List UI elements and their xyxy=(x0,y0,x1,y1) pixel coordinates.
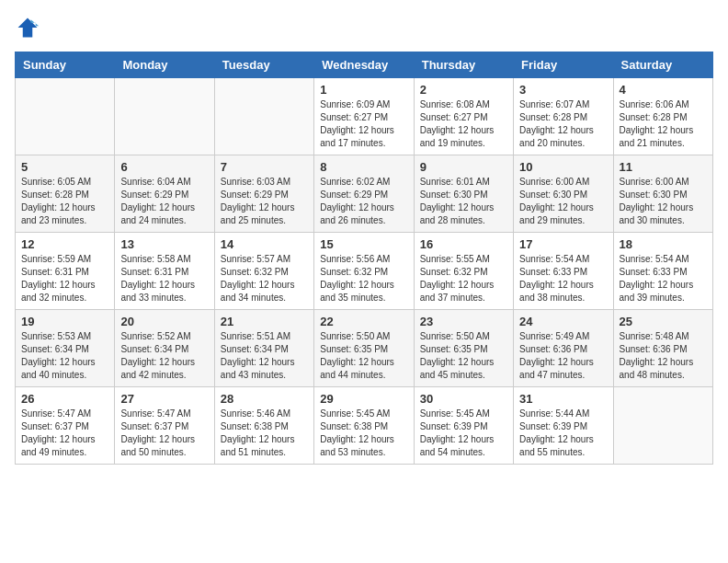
calendar-cell: 7Sunrise: 6:03 AM Sunset: 6:29 PM Daylig… xyxy=(214,155,313,233)
calendar-cell: 26Sunrise: 5:47 AM Sunset: 6:37 PM Dayli… xyxy=(16,387,115,465)
day-info: Sunrise: 5:48 AM Sunset: 6:36 PM Dayligh… xyxy=(620,330,707,382)
calendar-cell: 8Sunrise: 6:02 AM Sunset: 6:29 PM Daylig… xyxy=(314,155,414,233)
calendar-week-row: 26Sunrise: 5:47 AM Sunset: 6:37 PM Dayli… xyxy=(16,387,713,465)
day-number: 19 xyxy=(21,315,108,328)
calendar-cell: 13Sunrise: 5:58 AM Sunset: 6:31 PM Dayli… xyxy=(115,233,214,310)
day-info: Sunrise: 5:58 AM Sunset: 6:31 PM Dayligh… xyxy=(120,253,208,304)
day-number: 22 xyxy=(320,315,407,328)
day-number: 15 xyxy=(320,237,407,251)
day-number: 4 xyxy=(620,83,707,97)
day-number: 14 xyxy=(221,237,308,251)
weekday-header: Saturday xyxy=(613,52,712,78)
day-number: 7 xyxy=(221,160,308,174)
day-info: Sunrise: 6:05 AM Sunset: 6:28 PM Dayligh… xyxy=(21,176,108,227)
calendar-cell: 24Sunrise: 5:49 AM Sunset: 6:36 PM Dayli… xyxy=(514,310,613,387)
day-number: 9 xyxy=(420,160,507,174)
weekday-header: Thursday xyxy=(414,52,513,78)
day-info: Sunrise: 6:03 AM Sunset: 6:29 PM Dayligh… xyxy=(221,176,308,227)
day-info: Sunrise: 5:45 AM Sunset: 6:38 PM Dayligh… xyxy=(320,408,407,459)
calendar-cell: 30Sunrise: 5:45 AM Sunset: 6:39 PM Dayli… xyxy=(414,387,513,465)
calendar-cell: 15Sunrise: 5:56 AM Sunset: 6:32 PM Dayli… xyxy=(314,233,414,310)
day-number: 29 xyxy=(320,392,407,406)
day-number: 21 xyxy=(221,315,308,328)
calendar-cell: 5Sunrise: 6:05 AM Sunset: 6:28 PM Daylig… xyxy=(16,155,115,233)
day-number: 25 xyxy=(620,315,707,328)
calendar-cell xyxy=(16,78,115,155)
day-info: Sunrise: 6:00 AM Sunset: 6:30 PM Dayligh… xyxy=(620,176,707,227)
day-info: Sunrise: 5:47 AM Sunset: 6:37 PM Dayligh… xyxy=(120,408,208,459)
day-number: 5 xyxy=(21,160,108,174)
svg-marker-1 xyxy=(18,18,38,38)
calendar-cell: 11Sunrise: 6:00 AM Sunset: 6:30 PM Dayli… xyxy=(613,155,712,233)
calendar-cell: 19Sunrise: 5:53 AM Sunset: 6:34 PM Dayli… xyxy=(16,310,115,387)
weekday-header: Monday xyxy=(115,52,214,78)
day-number: 16 xyxy=(420,237,507,251)
calendar-cell: 12Sunrise: 5:59 AM Sunset: 6:31 PM Dayli… xyxy=(16,233,115,310)
day-number: 2 xyxy=(420,83,507,97)
calendar-cell: 9Sunrise: 6:01 AM Sunset: 6:30 PM Daylig… xyxy=(414,155,513,233)
day-number: 1 xyxy=(320,83,407,97)
calendar-cell: 22Sunrise: 5:50 AM Sunset: 6:35 PM Dayli… xyxy=(314,310,414,387)
day-number: 28 xyxy=(221,392,308,406)
calendar-cell: 20Sunrise: 5:52 AM Sunset: 6:34 PM Dayli… xyxy=(115,310,214,387)
calendar-cell: 25Sunrise: 5:48 AM Sunset: 6:36 PM Dayli… xyxy=(613,310,712,387)
day-number: 24 xyxy=(519,315,607,328)
day-info: Sunrise: 5:49 AM Sunset: 6:36 PM Dayligh… xyxy=(519,330,607,382)
calendar-cell xyxy=(613,387,712,465)
day-number: 27 xyxy=(120,392,208,406)
weekday-header: Sunday xyxy=(16,52,115,78)
day-info: Sunrise: 5:51 AM Sunset: 6:34 PM Dayligh… xyxy=(221,330,308,382)
day-number: 26 xyxy=(21,392,108,406)
day-info: Sunrise: 5:44 AM Sunset: 6:39 PM Dayligh… xyxy=(519,408,607,459)
day-info: Sunrise: 5:59 AM Sunset: 6:31 PM Dayligh… xyxy=(21,253,108,304)
calendar-week-row: 5Sunrise: 6:05 AM Sunset: 6:28 PM Daylig… xyxy=(16,155,713,233)
day-info: Sunrise: 5:54 AM Sunset: 6:33 PM Dayligh… xyxy=(519,253,607,304)
day-number: 10 xyxy=(519,160,607,174)
day-number: 13 xyxy=(120,237,208,251)
calendar-cell: 27Sunrise: 5:47 AM Sunset: 6:37 PM Dayli… xyxy=(115,387,214,465)
calendar-cell: 21Sunrise: 5:51 AM Sunset: 6:34 PM Dayli… xyxy=(214,310,313,387)
calendar-body: 1Sunrise: 6:09 AM Sunset: 6:27 PM Daylig… xyxy=(16,78,713,465)
calendar-cell: 31Sunrise: 5:44 AM Sunset: 6:39 PM Dayli… xyxy=(514,387,613,465)
calendar-cell: 16Sunrise: 5:55 AM Sunset: 6:32 PM Dayli… xyxy=(414,233,513,310)
day-info: Sunrise: 6:00 AM Sunset: 6:30 PM Dayligh… xyxy=(519,176,607,227)
day-number: 18 xyxy=(620,237,707,251)
calendar-cell: 4Sunrise: 6:06 AM Sunset: 6:28 PM Daylig… xyxy=(613,78,712,155)
day-info: Sunrise: 6:09 AM Sunset: 6:27 PM Dayligh… xyxy=(320,98,407,150)
calendar-cell: 6Sunrise: 6:04 AM Sunset: 6:29 PM Daylig… xyxy=(115,155,214,233)
day-info: Sunrise: 5:45 AM Sunset: 6:39 PM Dayligh… xyxy=(420,408,507,459)
day-info: Sunrise: 6:04 AM Sunset: 6:29 PM Dayligh… xyxy=(120,176,208,227)
day-info: Sunrise: 5:56 AM Sunset: 6:32 PM Dayligh… xyxy=(320,253,407,304)
calendar-week-row: 19Sunrise: 5:53 AM Sunset: 6:34 PM Dayli… xyxy=(16,310,713,387)
calendar-cell: 28Sunrise: 5:46 AM Sunset: 6:38 PM Dayli… xyxy=(214,387,313,465)
day-info: Sunrise: 5:46 AM Sunset: 6:38 PM Dayligh… xyxy=(221,408,308,459)
day-number: 3 xyxy=(519,83,607,97)
day-number: 23 xyxy=(420,315,507,328)
day-info: Sunrise: 6:08 AM Sunset: 6:27 PM Dayligh… xyxy=(420,98,507,150)
calendar-cell: 14Sunrise: 5:57 AM Sunset: 6:32 PM Dayli… xyxy=(214,233,313,310)
logo xyxy=(15,15,44,40)
calendar-cell xyxy=(115,78,214,155)
day-info: Sunrise: 6:02 AM Sunset: 6:29 PM Dayligh… xyxy=(320,176,407,227)
day-number: 11 xyxy=(620,160,707,174)
day-info: Sunrise: 6:06 AM Sunset: 6:28 PM Dayligh… xyxy=(620,98,707,150)
day-number: 31 xyxy=(519,392,607,406)
calendar-cell: 17Sunrise: 5:54 AM Sunset: 6:33 PM Dayli… xyxy=(514,233,613,310)
day-number: 17 xyxy=(519,237,607,251)
day-info: Sunrise: 5:52 AM Sunset: 6:34 PM Dayligh… xyxy=(120,330,208,382)
day-info: Sunrise: 5:50 AM Sunset: 6:35 PM Dayligh… xyxy=(420,330,507,382)
weekday-header: Friday xyxy=(514,52,613,78)
day-info: Sunrise: 5:54 AM Sunset: 6:33 PM Dayligh… xyxy=(620,253,707,304)
calendar-cell: 18Sunrise: 5:54 AM Sunset: 6:33 PM Dayli… xyxy=(613,233,712,310)
weekday-header: Wednesday xyxy=(314,52,414,78)
day-info: Sunrise: 5:47 AM Sunset: 6:37 PM Dayligh… xyxy=(21,408,108,459)
day-number: 30 xyxy=(420,392,507,406)
day-number: 20 xyxy=(120,315,208,328)
day-number: 12 xyxy=(21,237,108,251)
day-number: 8 xyxy=(320,160,407,174)
calendar: SundayMondayTuesdayWednesdayThursdayFrid… xyxy=(15,52,713,465)
day-info: Sunrise: 5:53 AM Sunset: 6:34 PM Dayligh… xyxy=(21,330,108,382)
day-info: Sunrise: 5:50 AM Sunset: 6:35 PM Dayligh… xyxy=(320,330,407,382)
day-info: Sunrise: 6:07 AM Sunset: 6:28 PM Dayligh… xyxy=(519,98,607,150)
logo-icon xyxy=(15,15,40,40)
